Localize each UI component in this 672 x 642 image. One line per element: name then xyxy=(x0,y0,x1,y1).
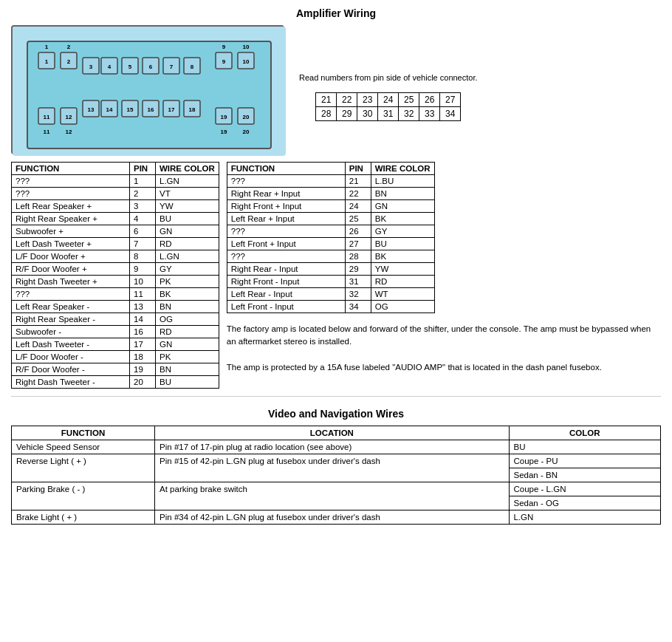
table-cell: 27 xyxy=(345,238,371,250)
nav-color: L.GN xyxy=(509,510,660,525)
table-cell: 26 xyxy=(345,225,371,238)
section-divider xyxy=(11,396,661,397)
table-cell: RD xyxy=(156,238,219,250)
table-cell: Left Dash Tweeter + xyxy=(12,238,130,250)
table-cell: 32 xyxy=(345,288,371,301)
svg-text:13: 13 xyxy=(88,106,95,113)
amplifier-wiring-title: Amplifier Wiring xyxy=(11,7,661,19)
main-tables: FUNCTION PIN WIRE COLOR ???1L.GN???2VTLe… xyxy=(11,162,661,389)
top-section: 1 2 3 4 5 6 xyxy=(11,25,661,154)
svg-text:3: 3 xyxy=(89,64,93,70)
pin-ref-table: 21 22 23 24 25 26 27 28 29 30 31 32 33 3… xyxy=(315,92,461,121)
table-cell: 13 xyxy=(130,301,156,313)
table-cell: Left Front + Input xyxy=(227,238,345,250)
svg-text:5: 5 xyxy=(128,64,132,70)
pin-21: 21 xyxy=(316,93,337,107)
nav-function: Reverse Light ( + ) xyxy=(12,454,155,482)
pin-23: 23 xyxy=(357,93,378,107)
table-cell: ??? xyxy=(12,188,130,200)
note-1: The factory amp is located below and for… xyxy=(227,323,661,349)
pin-31: 31 xyxy=(378,107,399,121)
svg-text:17: 17 xyxy=(168,106,175,113)
table-cell: 17 xyxy=(130,338,156,351)
nav-location: Pin #15 of 42-pin L.GN plug at fusebox u… xyxy=(155,454,509,482)
table-cell: L.GN xyxy=(156,175,219,188)
right-col-function: FUNCTION xyxy=(227,163,345,175)
pin-27: 27 xyxy=(440,93,461,107)
svg-text:15: 15 xyxy=(127,106,134,113)
nav-color: Coupe - L.GN xyxy=(509,482,660,496)
svg-text:12: 12 xyxy=(66,129,72,135)
connector-image: 1 2 3 4 5 6 xyxy=(11,25,284,154)
table-cell: BU xyxy=(156,376,219,389)
table-cell: Right Dash Tweeter - xyxy=(12,376,130,389)
nav-color: Sedan - BN xyxy=(509,468,660,482)
table-cell: Right Rear Speaker - xyxy=(12,313,130,326)
pin-30: 30 xyxy=(357,107,378,121)
pin-22: 22 xyxy=(337,93,357,107)
svg-text:19: 19 xyxy=(221,114,227,120)
table-cell: VT xyxy=(156,188,219,200)
table-cell: Left Rear + Input xyxy=(227,213,345,225)
pin-29: 29 xyxy=(337,107,357,121)
nav-col-location: LOCATION xyxy=(155,426,509,440)
pin-25: 25 xyxy=(399,93,419,107)
table-cell: R/F Door Woofer - xyxy=(12,363,130,376)
table-cell: 4 xyxy=(130,213,156,225)
svg-text:7: 7 xyxy=(170,64,174,70)
table-cell: OG xyxy=(371,301,434,313)
table-cell: BU xyxy=(156,213,219,225)
nav-location: Pin #34 of 42-pin L.GN plug at fusebox u… xyxy=(155,510,509,525)
nav-location: Pin #17 of 17-pin plug at radio location… xyxy=(155,440,509,454)
pin-26: 26 xyxy=(419,93,440,107)
table-cell: L/F Door Woofer - xyxy=(12,351,130,363)
svg-text:10: 10 xyxy=(243,44,250,50)
table-cell: 6 xyxy=(130,225,156,238)
svg-text:9: 9 xyxy=(222,44,226,50)
pin-32: 32 xyxy=(399,107,419,121)
table-cell: GN xyxy=(156,225,219,238)
table-cell: ??? xyxy=(227,225,345,238)
table-cell: YW xyxy=(371,263,434,276)
table-cell: R/F Door Woofer + xyxy=(12,263,130,276)
table-cell: BK xyxy=(371,250,434,263)
right-col-color: WIRE COLOR xyxy=(371,163,434,175)
nav-color: Sedan - OG xyxy=(509,496,660,510)
nav-location: At parking brake switch xyxy=(155,482,509,510)
table-cell: 29 xyxy=(345,263,371,276)
table-cell: ??? xyxy=(227,175,345,188)
table-cell: 20 xyxy=(130,376,156,389)
right-col-pin: PIN xyxy=(345,163,371,175)
connector-svg: 1 2 3 4 5 6 xyxy=(13,27,286,156)
table-cell: 14 xyxy=(130,313,156,326)
table-cell: 31 xyxy=(345,276,371,288)
right-wiring-table: FUNCTION PIN WIRE COLOR ???21L.BURight R… xyxy=(227,162,435,313)
table-cell: 11 xyxy=(130,288,156,301)
table-cell: 10 xyxy=(130,276,156,288)
svg-text:16: 16 xyxy=(148,106,154,113)
table-cell: GN xyxy=(371,200,434,213)
table-cell: Right Rear + Input xyxy=(227,188,345,200)
table-cell: 34 xyxy=(345,301,371,313)
nav-function: Brake Light ( + ) xyxy=(12,510,155,525)
nav-col-function: FUNCTION xyxy=(12,426,155,440)
svg-text:18: 18 xyxy=(189,106,196,113)
table-cell: L.GN xyxy=(156,250,219,263)
nav-table: FUNCTION LOCATION COLOR Vehicle Speed Se… xyxy=(11,426,661,525)
table-cell: Left Front - Input xyxy=(227,301,345,313)
table-cell: Right Front - Input xyxy=(227,276,345,288)
pin-34: 34 xyxy=(440,107,461,121)
table-cell: BN xyxy=(156,363,219,376)
table-cell: L/F Door Woofer + xyxy=(12,250,130,263)
left-wiring-table: FUNCTION PIN WIRE COLOR ???1L.GN???2VTLe… xyxy=(11,162,219,389)
svg-text:2: 2 xyxy=(67,44,71,50)
table-cell: 9 xyxy=(130,263,156,276)
table-cell: OG xyxy=(156,313,219,326)
table-cell: GY xyxy=(156,263,219,276)
table-cell: BN xyxy=(371,188,434,200)
table-cell: ??? xyxy=(227,250,345,263)
table-cell: GN xyxy=(156,338,219,351)
table-cell: 19 xyxy=(130,363,156,376)
table-cell: PK xyxy=(156,276,219,288)
table-cell: Subwoofer - xyxy=(12,326,130,338)
